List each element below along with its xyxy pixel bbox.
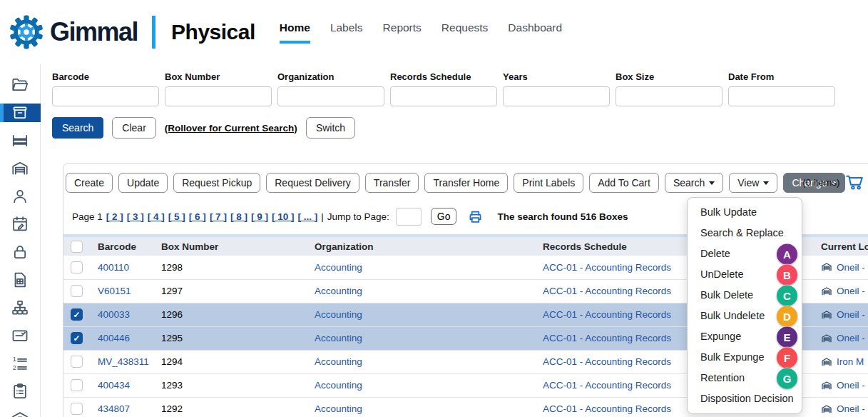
go-button[interactable]: Go	[431, 208, 457, 225]
records-schedule-link[interactable]: ACC-01 - Accounting Records	[543, 286, 671, 296]
menu-item-disposition-decision[interactable]: Disposition Decision	[688, 388, 802, 409]
page-link-2[interactable]: [ 2 ]	[106, 211, 123, 222]
sidebar-item-security[interactable]	[0, 243, 41, 261]
menu-item-expunge[interactable]: ExpungeE	[688, 326, 802, 347]
sidebar-item-tasks[interactable]	[0, 382, 41, 401]
current-location-link[interactable]: Oneil -	[837, 262, 865, 273]
current-location-link[interactable]: Oneil -	[837, 380, 865, 391]
sidebar-item-numbered-list[interactable]: 12	[0, 354, 41, 373]
sidebar-item-shelves[interactable]	[0, 131, 41, 150]
sidebar-item-inventory[interactable]	[0, 410, 41, 417]
current-location-link[interactable]: Oneil -	[837, 333, 865, 343]
request-pickup-button[interactable]: Request Pickup	[173, 173, 260, 193]
sidebar-item-requests[interactable]	[0, 326, 41, 345]
date-from-input[interactable]	[728, 86, 835, 106]
years-input[interactable]	[503, 86, 610, 106]
transfer-home-button[interactable]: Transfer Home	[424, 173, 508, 193]
sidebar-item-boxes[interactable]	[0, 104, 41, 122]
row-checkbox[interactable]	[71, 379, 83, 391]
page-link-9[interactable]: [ 9 ]	[251, 211, 268, 222]
menu-item-search-replace[interactable]: Search & Replace	[688, 223, 802, 243]
box-size-input[interactable]	[616, 86, 723, 106]
page-link-3[interactable]: [ 3 ]	[127, 211, 144, 222]
row-checkbox[interactable]	[71, 261, 83, 273]
clear-button[interactable]: Clear	[112, 117, 155, 139]
barcode-link[interactable]: 400033	[98, 309, 130, 320]
jump-to-page-input[interactable]	[396, 208, 422, 226]
row-checkbox[interactable]	[71, 332, 83, 344]
view-menu-button[interactable]: View	[729, 173, 777, 193]
organization-input[interactable]	[277, 86, 384, 106]
barcode-link[interactable]: V60151	[98, 286, 131, 296]
organization-link[interactable]: Accounting	[315, 356, 362, 367]
records-schedule-link[interactable]: ACC-01 - Accounting Records	[543, 380, 671, 391]
add-to-cart-button[interactable]: Add To Cart	[589, 173, 659, 193]
barcode-link[interactable]: MV_438311	[98, 356, 149, 367]
organization-link[interactable]: Accounting	[315, 286, 362, 296]
nav-requests[interactable]: Requests	[441, 21, 488, 44]
gimmal-logo[interactable]: Gimmal Physical	[9, 14, 255, 50]
menu-item-delete[interactable]: DeleteA	[688, 243, 802, 264]
nav-labels[interactable]: Labels	[330, 21, 363, 44]
page-link-more[interactable]: [ ... ]	[297, 211, 317, 222]
select-all-checkbox[interactable]	[71, 241, 83, 253]
page-link-10[interactable]: [ 10 ]	[272, 211, 295, 222]
page-link-5[interactable]: [ 5 ]	[168, 211, 185, 222]
menu-item-retention[interactable]: RetentionG	[688, 368, 802, 388]
rollover-current-search-link[interactable]: (Rollover for Current Search)	[165, 123, 297, 134]
sidebar-item-schedule[interactable]	[0, 215, 41, 233]
barcode-link[interactable]: 400110	[98, 262, 129, 273]
sidebar-item-org-chart[interactable]	[0, 298, 41, 317]
organization-link[interactable]: Accounting	[315, 403, 362, 414]
create-button[interactable]: Create	[66, 173, 113, 193]
organization-link[interactable]: Accounting	[315, 333, 362, 343]
search-button[interactable]: Search	[52, 117, 103, 139]
nav-reports[interactable]: Reports	[383, 21, 422, 44]
sidebar-item-users[interactable]	[0, 187, 41, 206]
page-link-4[interactable]: [ 4 ]	[148, 211, 165, 222]
search-menu-button[interactable]: Search	[665, 173, 723, 193]
page-link-8[interactable]: [ 8 ]	[230, 211, 247, 222]
print-labels-button[interactable]: Print Labels	[514, 173, 583, 193]
current-location-link[interactable]: Oneil -	[837, 309, 865, 320]
sidebar-item-reports[interactable]	[0, 271, 41, 289]
cart-icon[interactable]	[844, 172, 865, 192]
request-delivery-button[interactable]: Request Delivery	[266, 173, 359, 193]
records-schedule-link[interactable]: ACC-01 - Accounting Records	[543, 262, 671, 273]
sidebar-item-open-folder[interactable]	[0, 76, 41, 94]
page-link-6[interactable]: [ 6 ]	[189, 211, 206, 222]
menu-item-bulk-expunge[interactable]: Bulk ExpungeF	[688, 347, 802, 368]
records-schedule-link[interactable]: ACC-01 - Accounting Records	[543, 403, 671, 414]
records-schedule-link[interactable]: ACC-01 - Accounting Records	[543, 356, 671, 367]
records-schedule-input[interactable]	[390, 86, 497, 106]
menu-item-bulk-delete[interactable]: Bulk DeleteC	[688, 285, 802, 306]
transfer-button[interactable]: Transfer	[365, 173, 419, 193]
current-location-link[interactable]: Iron M	[837, 356, 864, 367]
switch-button[interactable]: Switch	[306, 117, 355, 139]
barcode-link[interactable]: 400446	[98, 333, 130, 343]
barcode-input[interactable]	[52, 86, 159, 106]
records-schedule-link[interactable]: ACC-01 - Accounting Records	[543, 309, 671, 320]
update-button[interactable]: Update	[118, 173, 168, 193]
row-checkbox[interactable]	[71, 308, 83, 321]
menu-item-undelete[interactable]: UnDeleteB	[688, 264, 802, 285]
nav-home[interactable]: Home	[280, 21, 310, 44]
box-number-input[interactable]	[165, 86, 272, 106]
current-location-link[interactable]: Oneil -	[837, 403, 865, 414]
menu-item-bulk-undelete[interactable]: Bulk UndeleteD	[688, 306, 802, 326]
organization-link[interactable]: Accounting	[315, 380, 362, 391]
records-schedule-link[interactable]: ACC-01 - Accounting Records	[543, 333, 671, 343]
current-location-link[interactable]: Oneil -	[837, 286, 865, 296]
print-results-button[interactable]	[467, 208, 484, 225]
organization-link[interactable]: Accounting	[315, 262, 362, 273]
organization-link[interactable]: Accounting	[315, 309, 362, 320]
barcode-link[interactable]: 400434	[98, 380, 130, 391]
menu-item-bulk-update[interactable]: Bulk Update	[688, 202, 802, 223]
row-checkbox[interactable]	[71, 285, 83, 297]
barcode-link[interactable]: 434807	[98, 403, 130, 414]
nav-dashboard[interactable]: Dashboard	[508, 21, 562, 44]
page-link-7[interactable]: [ 7 ]	[210, 211, 227, 222]
sidebar-item-warehouse[interactable]	[0, 159, 41, 178]
row-checkbox[interactable]	[71, 403, 83, 415]
row-checkbox[interactable]	[71, 356, 83, 368]
